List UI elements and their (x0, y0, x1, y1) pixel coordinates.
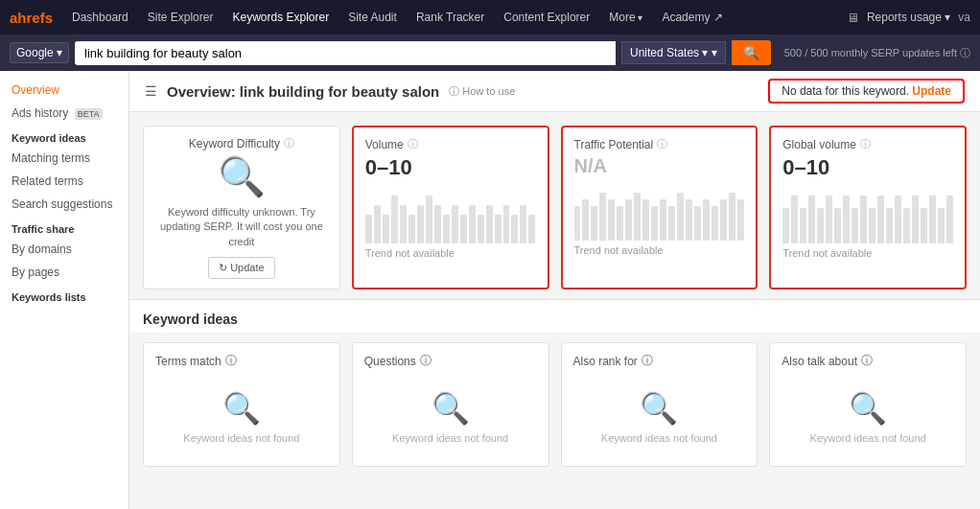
nav-rank-tracker[interactable]: Rank Tracker (408, 7, 492, 28)
global-volume-value: 0–10 (782, 155, 953, 180)
page-header: ☰ Overview: link building for beauty sal… (129, 71, 980, 112)
logo[interactable]: ahrefs (10, 10, 53, 26)
volume-trend: Trend not available (365, 247, 536, 259)
also-rank-for-title: Also rank for ⓘ (573, 353, 746, 369)
also-rank-for-empty-text: Keyword ideas not found (601, 432, 717, 444)
keyword-difficulty-card: Keyword Difficulty ⓘ 🔍 Keyword difficult… (143, 126, 340, 289)
terms-match-card: Terms match ⓘ 🔍 Keyword ideas not found (143, 342, 340, 467)
reports-usage[interactable]: Reports usage (867, 11, 950, 24)
also-rank-for-search-icon: 🔍 (640, 390, 678, 427)
questions-empty: 🔍 Keyword ideas not found (364, 381, 537, 444)
metrics-grid: Keyword Difficulty ⓘ 🔍 Keyword difficult… (129, 112, 980, 299)
search-button[interactable]: 🔍 (732, 40, 771, 65)
keyword-ideas-section: Keyword ideas (129, 299, 980, 333)
traffic-potential-help-icon[interactable]: ⓘ (657, 137, 667, 151)
sidebar-section-keyword-ideas: Keyword ideas (0, 125, 128, 147)
volume-chart (365, 186, 536, 243)
questions-help[interactable]: ⓘ (420, 353, 432, 369)
nav-academy[interactable]: Academy ↗ (654, 7, 730, 28)
keyword-ideas-title: Keyword ideas (143, 312, 238, 327)
sidebar: Overview Ads history BETA Keyword ideas … (0, 71, 129, 509)
main-layout: Overview Ads history BETA Keyword ideas … (0, 71, 980, 509)
traffic-potential-label: Traffic Potential ⓘ (574, 137, 745, 151)
beta-badge: BETA (75, 108, 103, 120)
volume-card: Volume ⓘ 0–10 Trend not available (352, 126, 549, 289)
sidebar-item-search-suggestions[interactable]: Search suggestions (0, 193, 128, 216)
nav-content-explorer[interactable]: Content Explorer (496, 7, 597, 28)
terms-match-title: Terms match ⓘ (155, 353, 328, 369)
also-rank-for-help[interactable]: ⓘ (642, 353, 653, 369)
nav-site-explorer[interactable]: Site Explorer (140, 7, 222, 28)
volume-value: 0–10 (365, 155, 536, 180)
search-bar: Google ▾ United States ▾ 🔍 500 / 500 mon… (0, 35, 980, 71)
global-volume-card: Global volume ⓘ 0–10 Trend not available (769, 126, 967, 289)
also-rank-for-card: Also rank for ⓘ 🔍 Keyword ideas not foun… (561, 342, 758, 467)
sidebar-item-by-pages[interactable]: By pages (0, 261, 128, 284)
update-link[interactable]: Update (912, 84, 951, 98)
traffic-potential-trend: Trend not available (574, 244, 745, 256)
nav-more[interactable]: More (601, 7, 650, 28)
volume-help-icon[interactable]: ⓘ (408, 137, 418, 151)
kd-message: Keyword difficulty unknown. Try updating… (155, 205, 328, 249)
page-title: Overview: link building for beauty salon (167, 83, 439, 100)
also-rank-for-empty: 🔍 Keyword ideas not found (573, 381, 746, 444)
ideas-grid: Terms match ⓘ 🔍 Keyword ideas not found … (129, 333, 980, 476)
sidebar-item-matching-terms[interactable]: Matching terms (0, 147, 128, 170)
sidebar-section-traffic-share: Traffic share (0, 216, 128, 238)
traffic-potential-value: N/A (574, 155, 745, 177)
search-input[interactable] (75, 41, 616, 65)
nav-site-audit[interactable]: Site Audit (340, 7, 405, 28)
terms-match-help[interactable]: ⓘ (225, 353, 237, 369)
kd-search-icon: 🔍 (218, 154, 266, 199)
also-talk-about-empty-text: Keyword ideas not found (810, 432, 926, 444)
global-volume-label: Global volume ⓘ (782, 137, 953, 151)
hamburger-icon[interactable]: ☰ (145, 83, 157, 99)
kd-help-icon[interactable]: ⓘ (284, 136, 294, 150)
global-volume-trend: Trend not available (782, 247, 953, 259)
engine-select[interactable]: Google ▾ (10, 42, 69, 63)
serp-info: 500 / 500 monthly SERP updates left ⓘ (784, 46, 970, 60)
global-volume-help-icon[interactable]: ⓘ (860, 137, 871, 151)
sidebar-item-overview[interactable]: Overview (0, 79, 128, 102)
terms-match-search-icon: 🔍 (222, 390, 261, 427)
top-navigation: ahrefs Dashboard Site Explorer Keywords … (0, 0, 980, 35)
also-talk-about-title: Also talk about ⓘ (782, 353, 954, 369)
sidebar-item-related-terms[interactable]: Related terms (0, 170, 128, 193)
volume-label: Volume ⓘ (365, 137, 536, 151)
no-data-banner: No data for this keyword. Update (768, 79, 965, 104)
sidebar-item-ads-history[interactable]: Ads history BETA (0, 102, 128, 125)
user-initial[interactable]: va (958, 11, 970, 24)
questions-title: Questions ⓘ (364, 353, 537, 369)
kd-label: Keyword Difficulty ⓘ (189, 136, 294, 150)
also-talk-about-card: Also talk about ⓘ 🔍 Keyword ideas not fo… (769, 342, 967, 467)
questions-search-icon: 🔍 (432, 390, 470, 427)
traffic-potential-chart (574, 183, 745, 241)
questions-card: Questions ⓘ 🔍 Keyword ideas not found (352, 342, 549, 467)
nav-keywords-explorer[interactable]: Keywords Explorer (224, 7, 337, 28)
also-talk-about-help[interactable]: ⓘ (861, 353, 873, 369)
global-volume-chart (782, 186, 953, 243)
terms-match-empty-text: Keyword ideas not found (183, 432, 299, 444)
main-content: ☰ Overview: link building for beauty sal… (129, 71, 980, 509)
country-select[interactable]: United States ▾ (621, 41, 726, 64)
also-talk-about-search-icon: 🔍 (849, 390, 887, 427)
how-to-use[interactable]: ⓘ How to use (449, 84, 515, 99)
terms-match-empty: 🔍 Keyword ideas not found (155, 381, 328, 444)
monitor-icon: 🖥 (847, 11, 859, 25)
questions-empty-text: Keyword ideas not found (392, 432, 508, 444)
nav-dashboard[interactable]: Dashboard (64, 7, 136, 28)
also-talk-about-empty: 🔍 Keyword ideas not found (782, 381, 954, 444)
sidebar-section-keywords-lists: Keywords lists (0, 284, 128, 306)
sidebar-item-by-domains[interactable]: By domains (0, 238, 128, 261)
kd-update-button[interactable]: ↻ Update (208, 257, 275, 279)
traffic-potential-card: Traffic Potential ⓘ N/A Trend not availa… (561, 126, 758, 289)
